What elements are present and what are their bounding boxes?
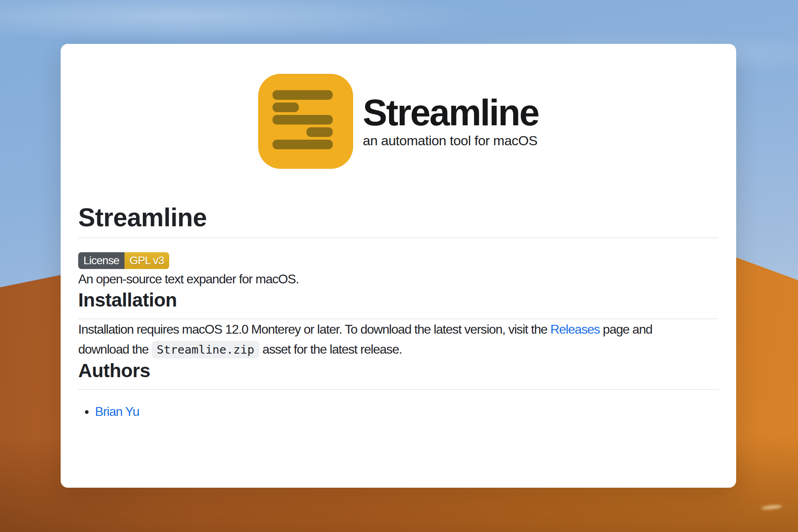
author-list-item: Brian Yu: [95, 402, 719, 421]
installation-text-4: asset for the latest release.: [259, 342, 402, 356]
license-badge-label: License: [78, 252, 124, 269]
authors-heading: Authors: [78, 360, 719, 390]
author-link[interactable]: Brian Yu: [95, 404, 139, 419]
icon-text-bar: [273, 140, 333, 149]
installation-paragraph: Installation requires macOS 12.0 Montere…: [78, 319, 719, 360]
app-logo-banner: Streamline an automation tool for macOS: [78, 73, 719, 169]
zip-asset-code: Streamline.zip: [152, 341, 259, 358]
releases-link[interactable]: Releases: [550, 322, 600, 336]
license-badge[interactable]: License GPL v3: [78, 252, 169, 269]
streamline-app-icon: [258, 74, 353, 169]
installation-text-1: Installation requires macOS 12.0 Montere…: [78, 322, 550, 336]
license-badge-value: GPL v3: [124, 252, 169, 269]
markdown-body: Streamline License GPL v3 An open-source…: [78, 204, 719, 421]
icon-text-bar: [273, 103, 299, 112]
app-wordmark-title: Streamline: [363, 94, 538, 131]
readme-card: Streamline an automation tool for macOS …: [61, 44, 736, 488]
installation-text-3: download the: [78, 342, 152, 356]
intro-paragraph: An open-source text expander for macOS.: [78, 269, 719, 289]
app-wordmark: Streamline an automation tool for macOS: [363, 94, 538, 148]
icon-text-bar: [273, 115, 333, 125]
icon-text-bar: [306, 127, 333, 137]
readme-title: Streamline: [78, 204, 719, 238]
icon-text-bar: [273, 90, 333, 100]
installation-heading: Installation: [78, 289, 719, 319]
readme-content: Streamline an automation tool for macOS …: [61, 73, 736, 421]
app-wordmark-subtitle: an automation tool for macOS: [363, 133, 538, 148]
authors-list: Brian Yu: [78, 402, 719, 421]
installation-text-2: page and: [600, 322, 652, 336]
badge-row: License GPL v3: [78, 252, 719, 269]
